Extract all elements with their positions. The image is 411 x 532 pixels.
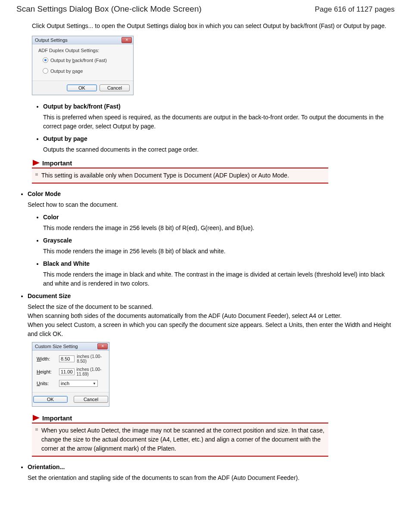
- list-item: Color This mode renders the image in 256…: [43, 213, 395, 233]
- dialog-title: Custom Size Setting: [35, 344, 78, 349]
- page-header: Scan Settings Dialog Box (One-click Mode…: [16, 4, 395, 14]
- flag-icon: [32, 159, 41, 167]
- square-bullet-icon: [35, 173, 38, 176]
- item-desc: This mode renders the image in black and…: [43, 270, 395, 288]
- units-select[interactable]: inch ▼: [59, 380, 98, 387]
- item-desc: Set the orientation and stapling side of…: [28, 473, 395, 482]
- important-text: This setting is available only when Docu…: [41, 172, 289, 179]
- output-settings-dialog: Output Settings ✕ ADF Duplex Output Sett…: [32, 36, 134, 95]
- list-item: Grayscale This mode renders the image in…: [43, 236, 395, 256]
- ok-button[interactable]: OK: [67, 84, 97, 91]
- chevron-down-icon: ▼: [93, 382, 96, 386]
- height-label: Height:: [37, 369, 59, 374]
- item-title: Output by back/front (Fast): [43, 102, 395, 111]
- item-desc: Select the size of the document to be sc…: [28, 302, 395, 339]
- list-item-color-mode: Color Mode Select how to scan the docume…: [28, 190, 395, 209]
- item-desc: This mode renders the image in 256 level…: [43, 247, 395, 256]
- units-label: Units:: [37, 381, 59, 386]
- list-item: Black and White This mode renders the im…: [43, 259, 395, 288]
- width-label: Width:: [37, 356, 59, 361]
- list-item-document-size: Document Size Select the size of the doc…: [28, 292, 395, 339]
- svg-marker-1: [33, 415, 40, 421]
- item-desc: This mode renders the image in 256 level…: [43, 224, 395, 233]
- important-label: Important: [42, 414, 72, 422]
- list-item: Output by page Outputs the scanned docum…: [43, 134, 395, 154]
- radio-output-backfront[interactable]: Output by back/front (Fast): [43, 57, 129, 63]
- important-box: Important This setting is available only…: [32, 159, 328, 184]
- item-title: Color: [43, 213, 395, 222]
- radio-icon: [43, 68, 48, 74]
- radio-label: Output by page: [50, 68, 83, 74]
- cancel-button[interactable]: Cancel: [74, 396, 108, 403]
- cancel-button[interactable]: Cancel: [100, 84, 130, 91]
- height-range: inches (1.00-11.69): [77, 367, 106, 376]
- page-number: Page 616 of 1127 pages: [315, 5, 395, 14]
- list-item-orientation: Orientation... Set the orientation and s…: [28, 463, 395, 482]
- dialog-subtitle: ADF Duplex Output Settings:: [38, 48, 129, 53]
- flag-icon: [32, 414, 41, 422]
- radio-output-page[interactable]: Output by page: [43, 68, 129, 74]
- item-title: Orientation...: [28, 463, 395, 472]
- radio-label: Output by back/front (Fast): [50, 58, 107, 63]
- close-icon[interactable]: ✕: [121, 37, 132, 43]
- radio-icon: [43, 57, 48, 63]
- width-input[interactable]: 8.50: [59, 355, 75, 362]
- close-icon[interactable]: ✕: [97, 343, 108, 349]
- item-desc: Outputs the scanned documents in the cor…: [43, 145, 395, 154]
- important-box: Important When you select Auto Detect, t…: [32, 414, 328, 457]
- item-desc: Select how to scan the document.: [28, 200, 395, 209]
- height-input[interactable]: 11.00: [59, 368, 75, 375]
- list-item: Output by back/front (Fast) This is pref…: [43, 102, 395, 131]
- dialog-titlebar: Output Settings ✕: [32, 36, 133, 44]
- important-label: Important: [42, 159, 72, 167]
- ok-button[interactable]: OK: [33, 396, 68, 403]
- item-desc: This is preferred when speed is required…: [43, 113, 395, 131]
- intro-paragraph: Click Output Settings... to open the Out…: [32, 22, 395, 31]
- square-bullet-icon: [35, 428, 38, 431]
- item-title: Output by page: [43, 134, 395, 143]
- item-title: Color Mode: [28, 190, 395, 199]
- dialog-title: Output Settings: [35, 37, 68, 43]
- important-text: When you select Auto Detect, the image m…: [41, 427, 324, 452]
- custom-size-dialog: Custom Size Setting ✕ Width: 8.50 inches…: [32, 342, 109, 407]
- item-title: Document Size: [28, 292, 395, 301]
- item-title: Black and White: [43, 259, 395, 268]
- width-range: inches (1.00-8.50): [77, 354, 106, 364]
- dialog-titlebar: Custom Size Setting ✕: [32, 342, 109, 351]
- svg-marker-0: [33, 160, 40, 166]
- page-title: Scan Settings Dialog Box (One-click Mode…: [16, 4, 202, 14]
- item-title: Grayscale: [43, 236, 395, 245]
